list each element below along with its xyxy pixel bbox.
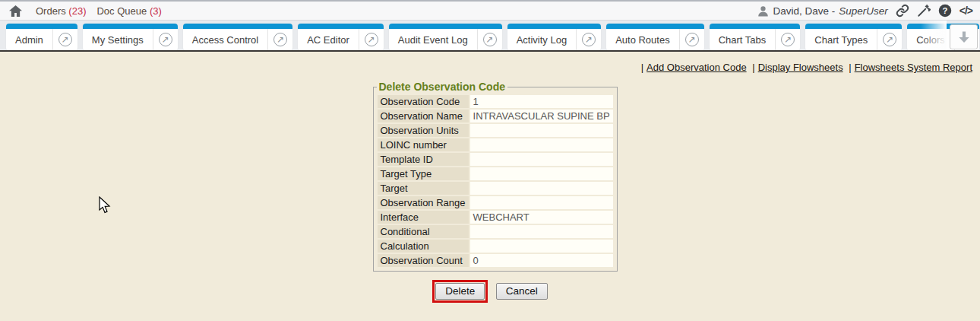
user-name: David, Dave - bbox=[773, 5, 835, 17]
row-label: Observation Name bbox=[378, 110, 469, 122]
form-buttons: Delete Cancel bbox=[373, 280, 608, 303]
action-links: |Add Observation Code |Display Flowsheet… bbox=[0, 62, 980, 73]
user-icon bbox=[757, 5, 769, 17]
delete-observation-form: Delete Observation Code Observation Code… bbox=[373, 81, 608, 303]
form-title: Delete Observation Code bbox=[377, 81, 508, 93]
observation-fieldset: Delete Observation Code Observation Code… bbox=[373, 81, 618, 272]
tab-accent-bar bbox=[389, 24, 502, 29]
wand-icon[interactable] bbox=[917, 4, 931, 17]
row-value bbox=[470, 138, 613, 151]
open-in-new-icon[interactable]: ↗ bbox=[153, 29, 178, 50]
row-label: Conditional bbox=[378, 225, 469, 238]
open-in-new-icon[interactable]: ↗ bbox=[359, 29, 384, 50]
open-in-new-icon[interactable]: ↗ bbox=[267, 29, 292, 50]
observation-table: Observation Code 1 Observation Name INTR… bbox=[376, 94, 615, 269]
tab-label[interactable]: Audit Event Log bbox=[389, 34, 477, 46]
table-row: Observation Name INTRAVASCULAR SUPINE BP bbox=[378, 110, 613, 122]
tab-label[interactable]: Colors bbox=[907, 34, 954, 46]
top-header: Orders (23) Doc Queue (3) David, Dave - … bbox=[0, 0, 980, 21]
table-row: Template ID bbox=[378, 153, 613, 166]
user-role: SuperUser bbox=[839, 5, 888, 17]
help-icon[interactable]: ? bbox=[938, 4, 952, 17]
tab-label[interactable]: My Settings bbox=[83, 34, 153, 46]
tab-audit-event-log[interactable]: Audit Event Log↗ bbox=[389, 24, 502, 50]
row-value bbox=[470, 167, 613, 180]
row-label: Interface bbox=[378, 211, 469, 224]
orders-count-badge: (23) bbox=[68, 5, 86, 17]
link-separator: | bbox=[638, 62, 646, 73]
row-value: WEBCHART bbox=[470, 211, 613, 224]
open-in-new-icon[interactable]: ↗ bbox=[52, 29, 77, 50]
admin-tab-bar: Admin↗ My Settings↗ Access Control↗ AC E… bbox=[0, 21, 980, 52]
user-menu[interactable]: David, Dave - SuperUser bbox=[757, 5, 887, 17]
tab-activity-log[interactable]: Activity Log↗ bbox=[507, 24, 601, 50]
tab-label[interactable]: Chart Types bbox=[805, 34, 877, 46]
nav-doc-queue-label: Doc Queue bbox=[96, 5, 147, 17]
main-content: |Add Observation Code |Display Flowsheet… bbox=[0, 52, 980, 303]
table-row: Calculation bbox=[378, 240, 613, 253]
tab-accent-bar bbox=[710, 24, 801, 29]
tab-accent-bar bbox=[83, 24, 178, 29]
tab-label[interactable]: Activity Log bbox=[507, 34, 576, 46]
delete-highlight-annotation: Delete bbox=[432, 280, 488, 303]
open-in-new-icon[interactable]: ↗ bbox=[775, 29, 800, 50]
open-in-new-icon[interactable]: ↗ bbox=[679, 29, 704, 50]
tab-accent-bar bbox=[606, 24, 704, 29]
nav-doc-queue[interactable]: Doc Queue (3) bbox=[96, 5, 161, 17]
tab-label[interactable]: Chart Tabs bbox=[710, 34, 776, 46]
code-icon[interactable]: </> bbox=[959, 5, 972, 17]
more-tabs-button[interactable] bbox=[950, 24, 978, 49]
tab-accent-bar bbox=[183, 24, 292, 29]
row-label: Observation Code bbox=[378, 95, 469, 108]
row-label: Template ID bbox=[378, 153, 469, 166]
row-value: INTRAVASCULAR SUPINE BP bbox=[470, 110, 613, 122]
table-row: Observation Units bbox=[378, 124, 613, 137]
tab-accent-bar bbox=[6, 24, 77, 29]
tab-ac-editor[interactable]: AC Editor↗ bbox=[298, 24, 384, 50]
row-value: 1 bbox=[470, 95, 613, 108]
link-icon[interactable] bbox=[896, 4, 909, 17]
table-row: Interface WEBCHART bbox=[378, 211, 613, 224]
tab-admin[interactable]: Admin↗ bbox=[6, 24, 77, 50]
table-row: Observation Range bbox=[378, 196, 613, 209]
open-in-new-icon[interactable]: ↗ bbox=[877, 29, 902, 50]
tab-accent-bar bbox=[805, 24, 902, 29]
row-label: Observation Range bbox=[378, 196, 469, 209]
tab-label[interactable]: AC Editor bbox=[298, 34, 359, 46]
home-icon[interactable] bbox=[6, 5, 25, 17]
nav-orders[interactable]: Orders (23) bbox=[36, 5, 86, 17]
open-in-new-icon[interactable]: ↗ bbox=[477, 29, 502, 50]
tab-label[interactable]: Auto Routes bbox=[606, 34, 679, 46]
row-label: Observation Units bbox=[378, 124, 469, 137]
tab-auto-routes[interactable]: Auto Routes↗ bbox=[606, 24, 704, 50]
display-flowsheets-link[interactable]: Display Flowsheets bbox=[758, 62, 843, 73]
delete-button[interactable]: Delete bbox=[435, 283, 485, 300]
tab-accent-bar bbox=[507, 24, 601, 29]
flowsheets-system-report-link[interactable]: Flowsheets System Report bbox=[855, 62, 972, 73]
tab-accent-bar bbox=[298, 24, 384, 29]
tab-chart-tabs[interactable]: Chart Tabs↗ bbox=[710, 24, 801, 50]
tab-chart-types[interactable]: Chart Types↗ bbox=[805, 24, 902, 50]
link-separator: | bbox=[749, 62, 757, 73]
row-value bbox=[470, 182, 613, 195]
add-observation-code-link[interactable]: Add Observation Code bbox=[646, 62, 747, 73]
tab-my-settings[interactable]: My Settings↗ bbox=[83, 24, 178, 50]
table-row: Observation Code 1 bbox=[378, 95, 613, 108]
tab-access-control[interactable]: Access Control↗ bbox=[183, 24, 292, 50]
tab-label[interactable]: Access Control bbox=[183, 34, 267, 46]
row-label: LOINC number bbox=[378, 138, 469, 151]
doc-queue-count-badge: (3) bbox=[150, 5, 162, 17]
row-value bbox=[470, 240, 613, 253]
table-row: LOINC number bbox=[378, 138, 613, 151]
tab-label[interactable]: Admin bbox=[6, 34, 52, 46]
row-label: Target Type bbox=[378, 167, 469, 180]
row-value: 0 bbox=[470, 254, 613, 267]
open-in-new-icon[interactable]: ↗ bbox=[576, 29, 601, 50]
table-row: Conditional bbox=[378, 225, 613, 238]
table-row: Target bbox=[378, 182, 613, 195]
table-row: Observation Count 0 bbox=[378, 254, 613, 267]
cancel-button[interactable]: Cancel bbox=[496, 283, 548, 300]
down-arrow-icon bbox=[956, 30, 972, 45]
svg-text:?: ? bbox=[942, 6, 947, 15]
row-value bbox=[470, 153, 613, 166]
